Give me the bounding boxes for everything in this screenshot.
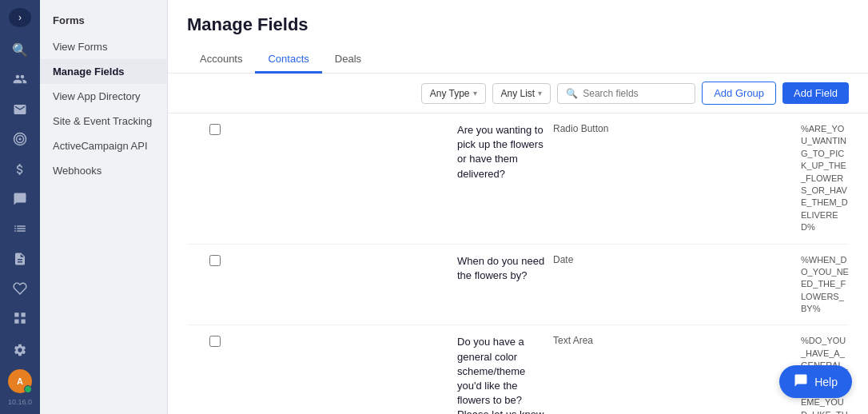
svg-rect-6	[14, 320, 18, 324]
sidebar-item-view-app-directory[interactable]: View App Directory	[40, 84, 167, 109]
list-filter[interactable]: Any List ▾	[492, 83, 551, 104]
field-checkbox-col	[209, 254, 457, 266]
svg-rect-3	[14, 313, 18, 317]
sidebar-item-view-forms[interactable]: View Forms	[40, 34, 167, 59]
sidebar-item-manage-fields[interactable]: Manage Fields	[40, 59, 167, 84]
field-label: Do you have a general color scheme/theme…	[457, 335, 553, 414]
user-avatar[interactable]: A	[8, 369, 32, 393]
sidebar-section-title: Forms	[40, 11, 167, 34]
search-box: 🔍	[557, 83, 695, 104]
field-checkbox-3[interactable]	[209, 336, 221, 347]
field-checkbox-col	[209, 335, 457, 347]
list-icon[interactable]	[6, 217, 34, 241]
tab-bar: Accounts Contacts Deals	[187, 46, 849, 73]
table-row: When do you need the flowers by? Date %W…	[187, 245, 849, 326]
sidebar-item-activecampaign-api[interactable]: ActiveCampaign API	[40, 133, 167, 158]
help-chat-icon	[794, 373, 808, 390]
field-checkbox-col	[209, 123, 457, 135]
field-label: When do you need the flowers by?	[457, 254, 553, 283]
type-filter-chevron: ▾	[473, 89, 477, 98]
search-icon[interactable]: 🔍	[6, 37, 34, 62]
tab-accounts[interactable]: Accounts	[187, 46, 255, 74]
sidebar-item-site-event-tracking[interactable]: Site & Event Tracking	[40, 109, 167, 133]
table-row: Do you have a general color scheme/theme…	[187, 325, 849, 414]
type-filter[interactable]: Any Type ▾	[421, 83, 486, 104]
sidebar: Forms View Forms Manage Fields View App …	[40, 0, 168, 414]
fields-table: Are you wanting to pick up the flowers o…	[168, 113, 868, 414]
dollar-icon[interactable]	[6, 157, 34, 181]
email-icon[interactable]	[6, 97, 34, 121]
sidebar-item-webhooks[interactable]: Webhooks	[40, 158, 167, 183]
svg-rect-4	[22, 313, 26, 317]
chat-icon[interactable]	[6, 186, 34, 211]
tab-contacts[interactable]: Contacts	[255, 46, 321, 74]
list-filter-chevron: ▾	[538, 89, 542, 98]
icon-rail: › 🔍 A 10.16.0	[0, 0, 40, 414]
layers-icon[interactable]	[6, 306, 34, 331]
field-type: Text Area	[553, 335, 801, 346]
avatar-initials: A	[8, 369, 32, 393]
field-key: %ARE_YOU_WANTING_TO_PICK_UP_THE_FLOWERS_…	[801, 123, 849, 234]
field-type: Radio Button	[553, 123, 801, 134]
document-icon[interactable]	[6, 246, 34, 271]
page-title: Manage Fields	[187, 14, 849, 35]
users-icon[interactable]	[6, 67, 34, 92]
svg-point-2	[19, 138, 22, 141]
search-icon: 🔍	[566, 88, 578, 99]
gear-icon[interactable]	[6, 336, 34, 364]
search-input[interactable]	[583, 88, 687, 99]
field-type: Date	[553, 254, 801, 265]
field-checkbox-2[interactable]	[209, 255, 221, 266]
main-header: Manage Fields Accounts Contacts Deals	[168, 0, 868, 74]
add-field-button[interactable]: Add Field	[782, 82, 849, 104]
main-content: Manage Fields Accounts Contacts Deals An…	[168, 0, 868, 414]
version-label: 10.16.0	[8, 398, 32, 406]
target-icon[interactable]	[6, 126, 34, 151]
toolbar: Any Type ▾ Any List ▾ 🔍 Add Group Add Fi…	[168, 74, 868, 113]
field-label: Are you wanting to pick up the flowers o…	[457, 123, 553, 181]
expand-button[interactable]: ›	[9, 8, 31, 27]
field-key: %WHEN_DO_YOU_NEED_THE_FLOWERS_BY%	[801, 254, 849, 316]
svg-rect-5	[22, 320, 26, 324]
field-checkbox-1[interactable]	[209, 124, 221, 135]
heart-icon[interactable]	[6, 276, 34, 301]
add-group-button[interactable]: Add Group	[702, 82, 776, 105]
tab-deals[interactable]: Deals	[322, 46, 374, 74]
help-button[interactable]: Help	[779, 365, 852, 398]
table-row: Are you wanting to pick up the flowers o…	[187, 113, 849, 245]
